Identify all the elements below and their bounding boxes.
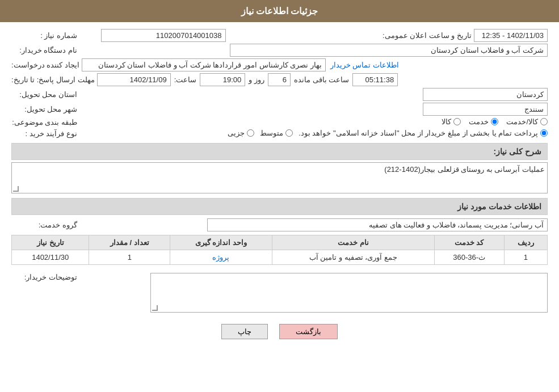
category-option-khedmat[interactable]: خدمت bbox=[469, 117, 498, 126]
category-radio-group: کالا خدمت کالا/خدمت bbox=[442, 117, 548, 126]
services-table-header: ردیف کد خدمت نام خدمت واحد اندازه گیری ت… bbox=[12, 235, 548, 250]
category-label: طبقه بندی موضوعی: bbox=[11, 118, 79, 127]
response-remaining-label: ساعت باقی مانده bbox=[294, 75, 349, 84]
response-date-box: 1402/11/09 bbox=[97, 73, 171, 86]
table-cell-quantity: 1 bbox=[89, 250, 170, 265]
need-number-box: 1102007014001038 bbox=[101, 29, 226, 42]
delivery-province-box: کردستان bbox=[423, 88, 548, 101]
creator-value: بهار نصری کارشناس امور قراردادها شرکت آب… bbox=[82, 58, 548, 71]
purchase-type-jozi-radio[interactable] bbox=[247, 129, 254, 137]
creator-row: ایجاد کننده درخواست: بهار نصری کارشناس ا… bbox=[11, 58, 548, 71]
buyer-org-label: نام دستگاه خریدار: bbox=[11, 46, 79, 54]
need-desc-section-header: شرح کلی نیاز: bbox=[11, 143, 548, 160]
service-group-value: آب رسانی؛ مدیریت پسماند، فاضلاب و فعالیت… bbox=[79, 218, 548, 231]
table-cell-code: ث-36-360 bbox=[434, 250, 504, 265]
purchase-type-jozi[interactable]: جزیی bbox=[228, 129, 254, 137]
table-cell-unit[interactable]: پروژه bbox=[170, 250, 272, 265]
need-desc-box: عملیات آبرسانی به روستای قزلعلی بیجار(14… bbox=[11, 162, 548, 193]
service-group-row: گروه خدمت: آب رسانی؛ مدیریت پسماند، فاضل… bbox=[11, 218, 548, 231]
purchase-type-label: نوع فرآیند خرید : bbox=[11, 129, 79, 138]
service-group-box: آب رسانی؛ مدیریت پسماند، فاضلاب و فعالیت… bbox=[207, 218, 548, 231]
response-deadline-row: مهلت ارسال پاسخ: تا تاریخ: 1402/11/09 سا… bbox=[11, 73, 548, 86]
page-title: جزئیات اطلاعات نیاز bbox=[241, 6, 318, 16]
services-section-header: اطلاعات خدمات مورد نیاز bbox=[11, 198, 548, 215]
need-desc-container: عملیات آبرسانی به روستای قزلعلی بیجار(14… bbox=[11, 162, 548, 193]
buyer-notes-value bbox=[79, 271, 548, 315]
buyer-org-row: نام دستگاه خریدار: شرکت آب و فاضلاب استا… bbox=[11, 44, 548, 57]
col-row: ردیف bbox=[504, 235, 547, 250]
delivery-city-box: سنندج bbox=[423, 103, 548, 116]
table-row: 1ث-36-360جمع آوری، تصفیه و تامین آبپروژه… bbox=[12, 250, 548, 265]
category-row: طبقه بندی موضوعی: کالا خدمت کالا/خدمت bbox=[11, 117, 548, 127]
category-kala-label: کالا bbox=[442, 117, 451, 126]
delivery-city-label: شهر محل تحویل: bbox=[11, 105, 79, 113]
category-options: کالا خدمت کالا/خدمت bbox=[79, 117, 548, 127]
content-area: شماره نیاز : 1102007014001038 تاریخ و سا… bbox=[0, 22, 559, 352]
announce-value-box: 1402/11/03 - 12:35 bbox=[474, 29, 548, 42]
delivery-province-label: استان محل تحویل: bbox=[11, 90, 79, 99]
category-option-kala[interactable]: کالا bbox=[442, 117, 461, 126]
purchase-type-motavasset-radio[interactable] bbox=[285, 129, 293, 137]
purchase-type-options: جزیی متوسط پرداخت تمام یا بخشی از مبلغ خ… bbox=[79, 129, 548, 138]
print-button[interactable]: چاپ bbox=[221, 324, 268, 339]
response-deadline-label: مهلت ارسال پاسخ: تا تاریخ: bbox=[11, 75, 97, 84]
col-code: کد خدمت bbox=[434, 235, 504, 250]
services-table-header-row: ردیف کد خدمت نام خدمت واحد اندازه گیری ت… bbox=[12, 235, 548, 250]
purchase-type-row: نوع فرآیند خرید : جزیی متوسط پرداخت تمام… bbox=[11, 129, 548, 138]
announce-label: تاریخ و ساعت اعلان عمومی: bbox=[372, 31, 474, 40]
need-number-row: شماره نیاز : 1102007014001038 تاریخ و سا… bbox=[11, 29, 548, 42]
services-table: ردیف کد خدمت نام خدمت واحد اندازه گیری ت… bbox=[11, 235, 548, 265]
buyer-notes-row: توضیحات خریدار: bbox=[11, 271, 548, 315]
need-desc-value: عملیات آبرسانی به روستای قزلعلی بیجار(14… bbox=[384, 165, 545, 174]
creator-box: بهار نصری کارشناس امور قراردادها شرکت آب… bbox=[82, 58, 326, 71]
table-cell-date: 1402/11/30 bbox=[12, 250, 89, 265]
resize-handle[interactable] bbox=[13, 186, 19, 192]
purchase-type-radio-group: جزیی متوسط پرداخت تمام یا بخشی از مبلغ خ… bbox=[228, 129, 548, 137]
response-time-box: 19:00 bbox=[200, 73, 245, 86]
response-days-label: روز و bbox=[249, 75, 264, 84]
need-number-value: 1102007014001038 bbox=[79, 29, 226, 42]
service-group-label: گروه خدمت: bbox=[11, 221, 79, 229]
col-date: تاریخ نیاز bbox=[12, 235, 89, 250]
col-name: نام خدمت bbox=[272, 235, 434, 250]
purchase-type-esnad[interactable]: پرداخت تمام یا بخشی از مبلغ خریدار از مح… bbox=[299, 129, 548, 137]
table-cell-row: 1 bbox=[504, 250, 547, 265]
page-header: جزئیات اطلاعات نیاز bbox=[0, 0, 559, 22]
delivery-city-value: سنندج bbox=[79, 103, 548, 116]
response-remaining-box: 05:11:38 bbox=[352, 73, 398, 86]
purchase-type-esnad-label: پرداخت تمام یا بخشی از مبلغ خریدار از مح… bbox=[299, 129, 538, 137]
back-button[interactable]: بازگشت bbox=[279, 324, 338, 339]
need-number-label: شماره نیاز : bbox=[11, 31, 79, 40]
category-khedmat-label: خدمت bbox=[469, 117, 489, 126]
response-deadline-value: 1402/11/09 ساعت: 19:00 روز و 6 ساعت باقی… bbox=[97, 73, 548, 86]
delivery-province-row: استان محل تحویل: کردستان bbox=[11, 88, 548, 101]
delivery-province-value: کردستان bbox=[79, 88, 548, 101]
col-quantity: تعداد / مقدار bbox=[89, 235, 170, 250]
purchase-type-esnad-radio[interactable] bbox=[540, 129, 548, 137]
buyer-org-box: شرکت آب و فاضلاب استان کردستان bbox=[230, 44, 548, 57]
button-row: بازگشت چاپ bbox=[11, 324, 548, 339]
category-kala-khedmat-radio[interactable] bbox=[540, 118, 548, 125]
buyer-org-value: شرکت آب و فاضلاب استان کردستان bbox=[79, 44, 548, 57]
purchase-type-motavasset[interactable]: متوسط bbox=[260, 129, 293, 137]
category-khedmat-radio[interactable] bbox=[491, 118, 498, 125]
purchase-type-jozi-label: جزیی bbox=[228, 129, 245, 137]
buyer-notes-box bbox=[150, 273, 548, 313]
col-unit: واحد اندازه گیری bbox=[170, 235, 272, 250]
purchase-type-motavasset-label: متوسط bbox=[260, 129, 283, 137]
table-cell-name: جمع آوری، تصفیه و تامین آب bbox=[272, 250, 434, 265]
creator-label: ایجاد کننده درخواست: bbox=[11, 61, 82, 69]
response-time-label: ساعت: bbox=[174, 75, 197, 84]
creator-contact-link[interactable]: اطلاعات تماس خریدار bbox=[330, 61, 399, 69]
category-kala-radio[interactable] bbox=[453, 118, 461, 125]
response-days-box: 6 bbox=[268, 73, 291, 86]
category-option-kala-khedmat[interactable]: کالا/خدمت bbox=[506, 117, 548, 126]
page-wrapper: جزئیات اطلاعات نیاز شماره نیاز : 1102007… bbox=[0, 0, 559, 392]
category-kala-khedmat-label: کالا/خدمت bbox=[506, 117, 538, 126]
buyer-notes-resize-handle[interactable] bbox=[152, 305, 158, 311]
services-table-body: 1ث-36-360جمع آوری، تصفیه و تامین آبپروژه… bbox=[12, 250, 548, 265]
delivery-city-row: شهر محل تحویل: سنندج bbox=[11, 103, 548, 116]
buyer-notes-label: توضیحات خریدار: bbox=[11, 271, 79, 281]
